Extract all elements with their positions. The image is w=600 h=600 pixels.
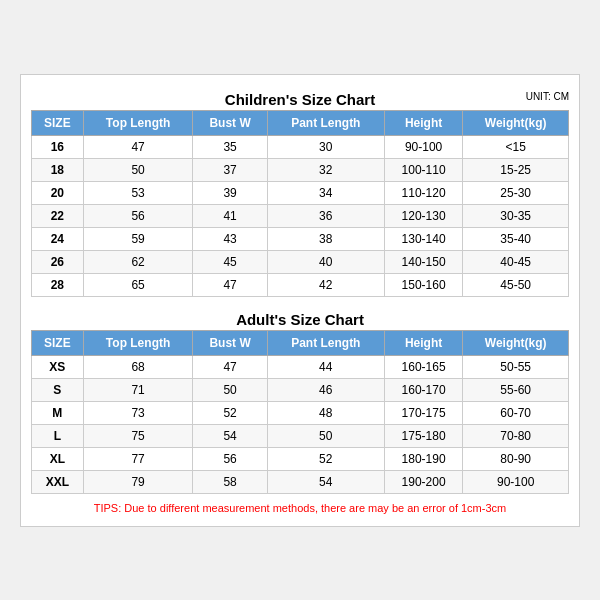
table-cell: 38 [267, 227, 384, 250]
table-cell: 22 [32, 204, 84, 227]
table-row: 28654742150-16045-50 [32, 273, 569, 296]
table-cell: 79 [83, 470, 193, 493]
adult-col-height: Height [384, 330, 462, 355]
table-cell: 30 [267, 135, 384, 158]
table-cell: 46 [267, 378, 384, 401]
table-cell: 130-140 [384, 227, 462, 250]
children-col-top-length: Top Length [83, 110, 193, 135]
children-col-pant-length: Pant Length [267, 110, 384, 135]
table-cell: 54 [193, 424, 267, 447]
table-cell: L [32, 424, 84, 447]
children-col-bust-w: Bust W [193, 110, 267, 135]
table-cell: 47 [83, 135, 193, 158]
table-cell: 52 [267, 447, 384, 470]
table-row: 20533934110-12025-30 [32, 181, 569, 204]
table-cell: 26 [32, 250, 84, 273]
children-title-text: Children's Size Chart [225, 91, 375, 108]
children-col-weight: Weight(kg) [463, 110, 569, 135]
table-cell: 62 [83, 250, 193, 273]
table-cell: 16 [32, 135, 84, 158]
table-cell: 56 [83, 204, 193, 227]
adult-section-title: Adult's Size Chart [31, 305, 569, 330]
table-cell: 50 [193, 378, 267, 401]
table-row: 1647353090-100<15 [32, 135, 569, 158]
table-cell: 45 [193, 250, 267, 273]
children-col-height: Height [384, 110, 462, 135]
adult-col-size: SIZE [32, 330, 84, 355]
table-cell: 28 [32, 273, 84, 296]
table-cell: 45-50 [463, 273, 569, 296]
table-cell: 71 [83, 378, 193, 401]
chart-container: Children's Size Chart UNIT: CM SIZE Top … [20, 74, 580, 527]
adult-title-text: Adult's Size Chart [236, 311, 364, 328]
table-cell: XXL [32, 470, 84, 493]
table-cell: 39 [193, 181, 267, 204]
table-cell: 43 [193, 227, 267, 250]
table-cell: 75 [83, 424, 193, 447]
adult-header-row: SIZE Top Length Bust W Pant Length Heigh… [32, 330, 569, 355]
table-cell: 36 [267, 204, 384, 227]
adult-col-weight: Weight(kg) [463, 330, 569, 355]
table-row: L755450175-18070-80 [32, 424, 569, 447]
table-cell: 37 [193, 158, 267, 181]
table-row: XXL795854190-20090-100 [32, 470, 569, 493]
table-row: S715046160-17055-60 [32, 378, 569, 401]
table-cell: 54 [267, 470, 384, 493]
table-cell: 42 [267, 273, 384, 296]
table-cell: 32 [267, 158, 384, 181]
table-row: 26624540140-15040-45 [32, 250, 569, 273]
table-cell: 40 [267, 250, 384, 273]
table-cell: 20 [32, 181, 84, 204]
table-cell: 140-150 [384, 250, 462, 273]
table-cell: 80-90 [463, 447, 569, 470]
table-cell: 68 [83, 355, 193, 378]
table-cell: XL [32, 447, 84, 470]
table-cell: 90-100 [384, 135, 462, 158]
table-cell: 34 [267, 181, 384, 204]
table-cell: 180-190 [384, 447, 462, 470]
table-cell: 41 [193, 204, 267, 227]
table-row: 18503732100-11015-25 [32, 158, 569, 181]
table-cell: 58 [193, 470, 267, 493]
table-cell: 40-45 [463, 250, 569, 273]
table-cell: XS [32, 355, 84, 378]
table-cell: 30-35 [463, 204, 569, 227]
adult-col-top-length: Top Length [83, 330, 193, 355]
table-cell: 65 [83, 273, 193, 296]
table-cell: 50 [267, 424, 384, 447]
table-cell: 175-180 [384, 424, 462, 447]
table-cell: 25-30 [463, 181, 569, 204]
table-cell: 55-60 [463, 378, 569, 401]
table-cell: 18 [32, 158, 84, 181]
children-size-table: SIZE Top Length Bust W Pant Length Heigh… [31, 110, 569, 297]
table-cell: 160-170 [384, 378, 462, 401]
table-cell: 60-70 [463, 401, 569, 424]
tips-text: TIPS: Due to different measurement metho… [31, 500, 569, 516]
table-cell: 59 [83, 227, 193, 250]
table-cell: 73 [83, 401, 193, 424]
table-cell: 35 [193, 135, 267, 158]
table-cell: 190-200 [384, 470, 462, 493]
table-cell: 50 [83, 158, 193, 181]
table-cell: 100-110 [384, 158, 462, 181]
table-cell: 110-120 [384, 181, 462, 204]
children-header-row: SIZE Top Length Bust W Pant Length Heigh… [32, 110, 569, 135]
table-cell: 160-165 [384, 355, 462, 378]
adult-col-bust-w: Bust W [193, 330, 267, 355]
table-cell: <15 [463, 135, 569, 158]
children-section-title: Children's Size Chart UNIT: CM [31, 85, 569, 110]
table-cell: 48 [267, 401, 384, 424]
table-cell: 47 [193, 273, 267, 296]
table-cell: 120-130 [384, 204, 462, 227]
table-cell: 52 [193, 401, 267, 424]
table-cell: 24 [32, 227, 84, 250]
table-cell: M [32, 401, 84, 424]
table-cell: 15-25 [463, 158, 569, 181]
adult-size-table: SIZE Top Length Bust W Pant Length Heigh… [31, 330, 569, 494]
children-col-size: SIZE [32, 110, 84, 135]
unit-label: UNIT: CM [526, 91, 569, 102]
table-cell: 56 [193, 447, 267, 470]
table-cell: 44 [267, 355, 384, 378]
table-cell: 50-55 [463, 355, 569, 378]
table-cell: 150-160 [384, 273, 462, 296]
